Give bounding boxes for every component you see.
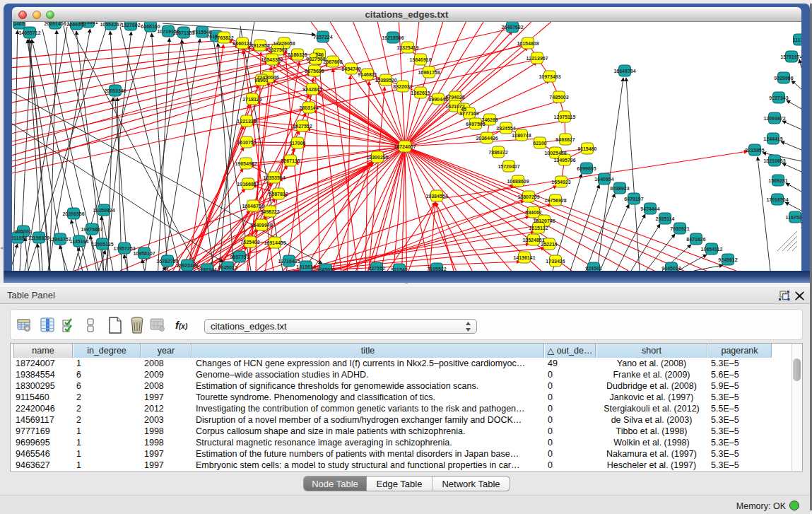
- svg-text:7485003: 7485003: [549, 95, 568, 100]
- svg-text:16782759: 16782759: [156, 259, 178, 264]
- svg-text:1405: 1405: [13, 22, 25, 26]
- svg-text:15720407: 15720407: [498, 164, 519, 169]
- svg-text:9329966: 9329966: [774, 76, 793, 81]
- svg-text:17016504: 17016504: [766, 197, 788, 202]
- svg-text:5875685: 5875685: [305, 69, 324, 74]
- svg-text:12505135: 12505135: [91, 242, 113, 247]
- svg-text:1733426: 1733426: [546, 259, 565, 264]
- svg-text:98901: 98901: [254, 78, 269, 83]
- svg-text:16961758: 16961758: [418, 70, 440, 75]
- svg-text:16648784: 16648784: [613, 69, 635, 74]
- svg-text:835001: 835001: [15, 229, 31, 234]
- svg-text:20487682: 20487682: [501, 25, 523, 30]
- svg-text:11170: 11170: [793, 37, 801, 42]
- svg-text:9242845: 9242845: [302, 87, 322, 92]
- svg-text:6497568: 6497568: [466, 122, 485, 127]
- svg-text:62100: 62100: [533, 141, 547, 146]
- svg-text:18300295: 18300295: [366, 155, 388, 160]
- svg-text:8660123: 8660123: [233, 41, 252, 46]
- svg-text:746266: 746266: [481, 117, 498, 122]
- svg-text:6466160: 6466160: [141, 24, 160, 29]
- svg-text:15751074: 15751074: [780, 54, 801, 59]
- svg-text:11325419: 11325419: [397, 45, 419, 50]
- svg-text:1615132: 1615132: [529, 226, 548, 230]
- svg-text:10654112: 10654112: [701, 247, 723, 252]
- svg-text:1654923: 1654923: [551, 180, 570, 185]
- svg-text:12975115: 12975115: [554, 115, 576, 119]
- svg-text:9657791: 9657791: [230, 255, 249, 259]
- svg-text:19218506: 19218506: [382, 35, 404, 40]
- svg-text:13495796: 13495796: [553, 158, 575, 163]
- svg-text:7886372: 7886372: [488, 150, 507, 155]
- svg-text:8912954: 8912954: [250, 43, 269, 48]
- svg-text:9498222: 9498222: [260, 209, 279, 214]
- svg-text:20691406: 20691406: [44, 22, 66, 26]
- svg-text:16120746: 16120746: [533, 218, 555, 223]
- svg-text:13640910: 13640910: [409, 57, 431, 62]
- svg-text:117006: 117006: [290, 141, 306, 146]
- svg-text:12353594: 12353594: [263, 175, 285, 180]
- svg-text:12359924: 12359924: [93, 208, 114, 213]
- svg-text:1640954: 1640954: [594, 177, 613, 182]
- svg-text:9777169: 9777169: [459, 111, 478, 116]
- svg-text:1911953: 1911953: [12, 235, 28, 240]
- svg-text:9245612: 9245612: [718, 257, 737, 262]
- svg-text:9245013: 9245013: [661, 266, 681, 271]
- svg-text:20053346: 20053346: [104, 88, 126, 93]
- svg-text:10025458: 10025458: [544, 151, 566, 156]
- svg-text:19756928: 19756928: [544, 198, 566, 203]
- svg-text:16409948: 16409948: [250, 223, 272, 228]
- svg-text:8186328: 8186328: [288, 52, 307, 57]
- svg-text:20364436: 20364436: [476, 136, 498, 141]
- svg-text:1221338: 1221338: [237, 119, 256, 124]
- svg-text:1610755: 1610755: [237, 140, 256, 145]
- svg-text:16914459: 16914459: [264, 240, 286, 245]
- svg-text:7857224: 7857224: [313, 35, 332, 40]
- svg-text:12923448: 12923448: [176, 263, 198, 268]
- svg-text:10958107: 10958107: [133, 251, 155, 256]
- svg-text:15388520: 15388520: [375, 78, 396, 83]
- svg-text:19975867: 19975867: [81, 227, 102, 232]
- svg-text:16671355: 16671355: [172, 30, 194, 35]
- svg-text:10210663: 10210663: [763, 158, 785, 163]
- svg-text:12093872: 12093872: [763, 116, 785, 121]
- svg-text:1080748: 1080748: [512, 133, 531, 138]
- svg-text:10688609: 10688609: [507, 179, 529, 184]
- svg-text:8938923: 8938923: [610, 186, 629, 191]
- svg-text:12942757: 12942757: [49, 237, 71, 242]
- svg-text:2935114: 2935114: [656, 216, 675, 221]
- svg-text:827552: 827552: [368, 266, 384, 271]
- svg-text:14136141: 14136141: [513, 255, 535, 260]
- svg-text:16154808: 16154808: [517, 41, 539, 46]
- svg-text:6794028: 6794028: [445, 95, 464, 100]
- svg-text:19384554: 19384554: [425, 194, 447, 199]
- svg-text:8471626: 8471626: [686, 237, 705, 242]
- svg-text:13226058: 13226058: [273, 41, 295, 46]
- svg-text:7625402: 7625402: [240, 240, 259, 245]
- svg-text:2803144: 2803144: [299, 105, 318, 110]
- svg-text:19654982: 19654982: [235, 161, 257, 166]
- svg-text:7763822: 7763822: [214, 35, 233, 40]
- svg-text:11156829: 11156829: [28, 235, 49, 240]
- svg-text:8427552: 8427552: [293, 124, 312, 129]
- svg-text:924501: 924501: [585, 266, 601, 271]
- svg-text:13716485: 13716485: [278, 259, 300, 264]
- svg-text:1973361: 1973361: [78, 22, 98, 25]
- svg-text:9463627: 9463627: [555, 137, 575, 142]
- svg-text:16543362: 16543362: [261, 57, 283, 62]
- svg-text:7632621: 7632621: [670, 226, 689, 231]
- svg-text:5587832: 5587832: [269, 192, 288, 197]
- svg-text:1527602: 1527602: [121, 23, 140, 28]
- svg-text:884067: 884067: [525, 210, 541, 215]
- svg-text:9146821: 9146821: [358, 72, 377, 77]
- svg-text:19166857: 19166857: [237, 182, 259, 187]
- svg-text:1413614: 1413614: [296, 264, 315, 269]
- svg-text:1244415: 1244415: [763, 136, 782, 141]
- svg-text:8267130: 8267130: [281, 158, 300, 163]
- svg-text:18807299: 18807299: [517, 194, 539, 199]
- svg-text:3824554: 3824554: [496, 126, 515, 131]
- svg-text:17957253: 17957253: [113, 246, 135, 251]
- svg-text:6879197: 6879197: [624, 197, 643, 201]
- svg-text:14055712: 14055712: [18, 30, 40, 35]
- svg-text:18724007: 18724007: [394, 144, 416, 149]
